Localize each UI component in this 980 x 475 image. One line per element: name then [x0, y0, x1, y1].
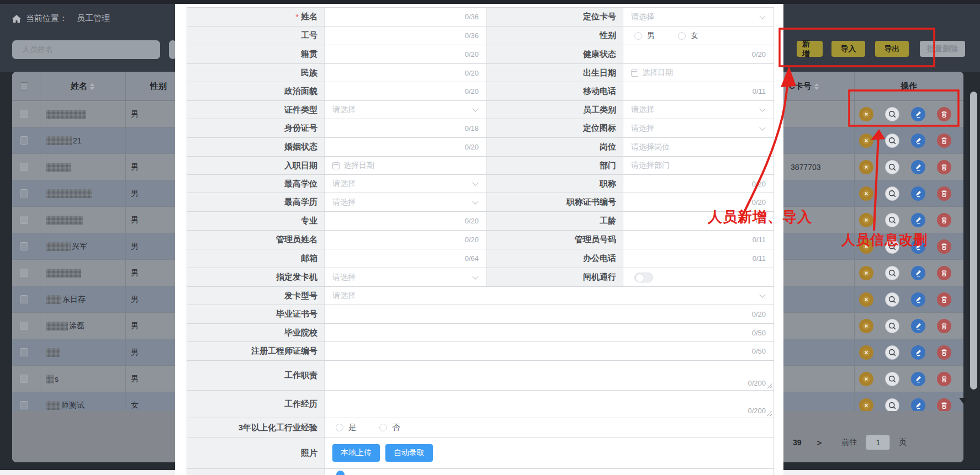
text-input[interactable]: 0/11 — [623, 249, 774, 268]
text-input[interactable]: 0/20 — [325, 231, 486, 249]
text-input[interactable]: 0/20 — [325, 138, 486, 156]
row-action-view-button[interactable] — [885, 160, 899, 174]
row-checkbox[interactable] — [20, 136, 28, 145]
text-input[interactable]: 0/20 — [325, 64, 486, 82]
radio-option[interactable]: 是 — [336, 423, 356, 433]
row-checkbox[interactable] — [20, 375, 28, 383]
local-upload-button[interactable]: 本地上传 — [332, 444, 380, 462]
row-action-delete-button[interactable] — [937, 345, 951, 360]
select-input[interactable]: 请选择 — [325, 101, 486, 119]
row-action-card-button[interactable] — [859, 186, 873, 201]
scroll-down-arrow[interactable] — [959, 398, 968, 404]
row-action-card-button[interactable] — [859, 319, 873, 333]
row-checkbox[interactable] — [20, 295, 28, 303]
row-action-delete-button[interactable] — [937, 372, 951, 386]
toolbar-batch-delete-button[interactable]: 批量删除 — [920, 41, 965, 57]
row-action-edit-button[interactable] — [911, 107, 925, 121]
row-checkbox[interactable] — [20, 163, 28, 171]
row-action-edit-button[interactable] — [911, 292, 925, 307]
next-page-button[interactable]: > — [817, 438, 822, 447]
resize-handle-icon[interactable] — [767, 383, 772, 388]
row-action-view-button[interactable] — [885, 398, 899, 411]
row-action-view-button[interactable] — [885, 372, 899, 386]
row-action-view-button[interactable] — [885, 292, 899, 307]
select-input[interactable]: 请选择 — [325, 175, 486, 193]
select-input[interactable]: 请选择 — [623, 119, 774, 137]
row-action-card-button[interactable] — [859, 266, 873, 280]
text-input[interactable]: 0/11 — [623, 82, 774, 100]
text-input[interactable]: 0/36 — [325, 8, 486, 26]
text-input[interactable]: 0/18 — [325, 119, 486, 137]
row-action-view-button[interactable] — [885, 213, 899, 227]
text-input[interactable]: 0/20 — [325, 45, 486, 63]
row-checkbox[interactable] — [20, 322, 28, 330]
page-scrollbar-thumb[interactable] — [970, 92, 977, 389]
text-input[interactable]: 0/20 — [623, 175, 774, 193]
text-input[interactable]: 0/11 — [623, 231, 774, 249]
auto-capture-button[interactable]: 自动录取 — [385, 444, 433, 462]
search-input[interactable]: 人员姓名 — [12, 40, 160, 59]
row-action-delete-button[interactable] — [937, 319, 951, 333]
row-action-card-button[interactable] — [859, 160, 873, 174]
select-all-checkbox[interactable] — [20, 82, 28, 90]
row-action-view-button[interactable] — [885, 186, 899, 201]
radio-option[interactable]: 否 — [379, 423, 400, 433]
row-action-card-button[interactable] — [859, 372, 873, 386]
row-action-delete-button[interactable] — [937, 213, 951, 227]
page-number-button[interactable]: 39 — [793, 438, 802, 447]
text-input[interactable]: 0/20 — [325, 82, 486, 100]
row-checkbox[interactable] — [20, 189, 28, 198]
row-action-edit-button[interactable] — [911, 186, 925, 201]
text-input[interactable]: 0/20 — [325, 212, 486, 230]
text-input[interactable]: 0/50 — [325, 324, 774, 341]
row-checkbox[interactable] — [20, 216, 28, 224]
resize-handle-icon[interactable] — [767, 411, 772, 416]
row-action-edit-button[interactable] — [911, 213, 925, 227]
row-action-delete-button[interactable] — [937, 186, 951, 201]
select-input[interactable]: 请选择 — [325, 193, 486, 211]
row-action-edit-button[interactable] — [911, 134, 925, 148]
row-action-delete-button[interactable] — [937, 134, 951, 148]
row-action-edit-button[interactable] — [911, 398, 925, 411]
row-action-delete-button[interactable] — [937, 107, 951, 121]
row-action-card-button[interactable] — [859, 134, 873, 148]
select-input[interactable]: 请选择 — [623, 101, 774, 119]
row-action-edit-button[interactable] — [911, 319, 925, 333]
select-input[interactable]: 请选择 — [325, 268, 486, 286]
row-checkbox[interactable] — [20, 348, 28, 356]
row-action-edit-button[interactable] — [911, 160, 925, 174]
toolbar-add-button[interactable]: 新 增 — [797, 41, 823, 57]
goto-page-input[interactable]: 1 — [866, 435, 890, 450]
text-input[interactable]: 0/20 — [623, 45, 774, 63]
row-action-delete-button[interactable] — [937, 239, 951, 254]
row-action-card-button[interactable] — [859, 107, 873, 121]
row-checkbox[interactable] — [20, 242, 28, 250]
row-checkbox[interactable] — [20, 110, 28, 118]
select-input[interactable]: 请选择岗位 — [623, 138, 774, 156]
row-action-card-button[interactable] — [859, 292, 873, 307]
text-input[interactable]: 0/64 — [325, 249, 486, 268]
row-action-edit-button[interactable] — [911, 372, 925, 386]
toolbar-import-button[interactable]: 导入 — [831, 41, 865, 57]
date-input[interactable]: 选择日期 — [325, 157, 486, 174]
row-action-edit-button[interactable] — [911, 266, 925, 280]
toolbar-export-button[interactable]: 导出 — [875, 41, 909, 57]
select-input[interactable]: 请选择部门 — [623, 157, 774, 174]
column-header-name[interactable]: 姓名 — [40, 72, 125, 101]
column-header-cardno[interactable]: C卡号 — [789, 72, 854, 101]
date-input[interactable]: 选择日期 — [623, 64, 774, 82]
toggle-switch[interactable] — [634, 273, 653, 282]
row-action-card-button[interactable] — [859, 345, 873, 360]
textarea-input[interactable]: 0/200 — [325, 391, 774, 418]
row-action-delete-button[interactable] — [937, 292, 951, 307]
select-input[interactable]: 请选择 — [325, 287, 774, 305]
radio-option[interactable]: 男 — [634, 31, 655, 41]
row-action-delete-button[interactable] — [937, 160, 951, 174]
row-action-view-button[interactable] — [885, 319, 899, 333]
text-input[interactable]: 0/50 — [325, 342, 774, 360]
radio-option[interactable]: 女 — [678, 31, 698, 41]
row-action-delete-button[interactable] — [937, 266, 951, 280]
row-action-card-button[interactable] — [859, 213, 873, 227]
select-input[interactable]: 请选择 — [623, 8, 774, 26]
row-action-view-button[interactable] — [885, 107, 899, 121]
